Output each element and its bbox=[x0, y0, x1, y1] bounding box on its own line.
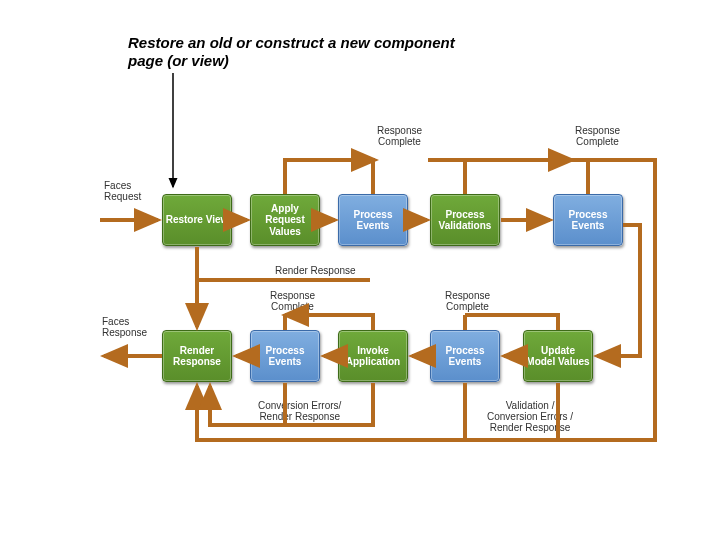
label-response-complete-4: Response Complete bbox=[445, 290, 490, 312]
label-faces-response: Faces Response bbox=[102, 316, 147, 338]
box-process-events-4: Process Events bbox=[430, 330, 500, 382]
label-render-response-mid: Render Response bbox=[275, 265, 356, 276]
box-update-model-values: Update Model Values bbox=[523, 330, 593, 382]
diagram-title: Restore an old or construct a new compon… bbox=[128, 34, 468, 70]
arrows-svg bbox=[0, 0, 720, 540]
box-process-events-3: Process Events bbox=[250, 330, 320, 382]
box-process-events-1: Process Events bbox=[338, 194, 408, 246]
box-invoke-application: Invoke Application bbox=[338, 330, 408, 382]
label-faces-request: Faces Request bbox=[104, 180, 141, 202]
box-apply-request-values: Apply Request Values bbox=[250, 194, 320, 246]
label-validation-errors: Validation / Conversion Errors / Render … bbox=[487, 400, 573, 433]
label-response-complete-2: Response Complete bbox=[575, 125, 620, 147]
box-render-response: Render Response bbox=[162, 330, 232, 382]
box-restore-view: Restore View bbox=[162, 194, 232, 246]
box-process-validations: Process Validations bbox=[430, 194, 500, 246]
label-response-complete-1: Response Complete bbox=[377, 125, 422, 147]
box-process-events-2: Process Events bbox=[553, 194, 623, 246]
label-conversion-errors: Conversion Errors/ Render Response bbox=[258, 400, 341, 422]
label-response-complete-3: Response Complete bbox=[270, 290, 315, 312]
